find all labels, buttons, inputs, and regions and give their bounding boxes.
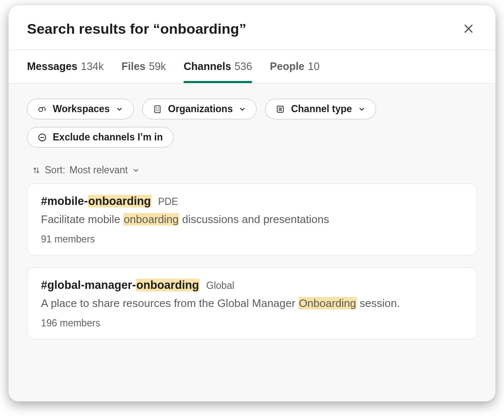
svg-rect-3: [155, 105, 160, 113]
channel-title-row: #mobile-onboarding PDE: [41, 195, 463, 208]
filter-organizations[interactable]: Organizations: [142, 99, 257, 119]
workspaces-icon: [38, 105, 47, 114]
channel-members: 91 members: [41, 234, 463, 245]
chevron-down-icon: [116, 105, 123, 113]
tab-label: Channels: [184, 60, 231, 73]
filter-workspaces[interactable]: Workspaces: [27, 99, 134, 119]
highlight: onboarding: [123, 213, 179, 226]
channel-name: #mobile-onboarding: [41, 195, 152, 208]
channel-result[interactable]: #mobile-onboarding PDE Facilitate mobile…: [27, 183, 477, 256]
tabs: Messages 134k Files 59k Channels 536 Peo…: [8, 50, 496, 83]
channel-result[interactable]: #global-manager-onboarding Global A plac…: [27, 267, 477, 339]
channel-workspace-tag: Global: [206, 280, 234, 291]
chevron-down-icon: [132, 167, 140, 174]
channel-description: Facilitate mobile onboarding discussions…: [41, 212, 463, 227]
tab-count: 59k: [149, 60, 166, 73]
title-prefix: Search results for: [27, 21, 153, 37]
channel-name: #global-manager-onboarding: [41, 279, 200, 292]
tab-channels[interactable]: Channels 536: [184, 50, 252, 83]
highlight: Onboarding: [298, 297, 357, 310]
highlight: onboarding: [136, 279, 199, 291]
building-icon: [153, 105, 162, 114]
search-results-panel: Search results for “onboarding” Messages…: [8, 5, 496, 401]
close-button[interactable]: [460, 20, 477, 37]
tab-count: 10: [308, 60, 320, 73]
tab-count: 536: [235, 60, 252, 73]
filter-row-2: Exclude channels I’m in: [27, 127, 477, 148]
svg-point-2: [39, 108, 43, 111]
filter-label: Organizations: [168, 103, 233, 115]
list-icon: [276, 105, 285, 114]
sort-label-prefix: Sort:: [45, 164, 65, 176]
channel-workspace-tag: PDE: [158, 196, 178, 207]
filter-label: Channel type: [291, 103, 352, 115]
minus-circle-icon: [38, 133, 47, 142]
tab-files[interactable]: Files 59k: [122, 50, 166, 83]
chevron-down-icon: [358, 105, 366, 113]
tab-messages[interactable]: Messages 134k: [27, 50, 104, 83]
chevron-down-icon: [238, 105, 246, 113]
filter-row: Workspaces Organizations: [27, 99, 477, 119]
channel-members: 196 members: [41, 318, 463, 329]
header: Search results for “onboarding”: [8, 5, 496, 50]
channel-title-row: #global-manager-onboarding Global: [41, 279, 463, 292]
title-query: “onboarding”: [153, 21, 247, 37]
tab-label: Messages: [27, 60, 78, 73]
close-icon: [463, 23, 474, 35]
filter-label: Exclude channels I’m in: [53, 132, 163, 143]
channel-description: A place to share resources from the Glob…: [41, 296, 463, 311]
sort-dropdown[interactable]: Sort: Most relevant: [32, 164, 477, 176]
filter-exclude-my-channels[interactable]: Exclude channels I’m in: [27, 127, 173, 148]
tab-label: People: [270, 60, 304, 73]
filters-area: Workspaces Organizations: [8, 83, 496, 401]
sort-icon: [32, 166, 41, 175]
highlight: onboarding: [88, 195, 151, 207]
sort-value: Most relevant: [70, 164, 128, 176]
page-title: Search results for “onboarding”: [27, 21, 247, 37]
tab-people[interactable]: People 10: [270, 50, 320, 83]
filter-label: Workspaces: [53, 103, 110, 115]
filter-channel-type[interactable]: Channel type: [265, 99, 376, 119]
tab-label: Files: [122, 60, 146, 73]
tab-count: 134k: [81, 60, 104, 73]
